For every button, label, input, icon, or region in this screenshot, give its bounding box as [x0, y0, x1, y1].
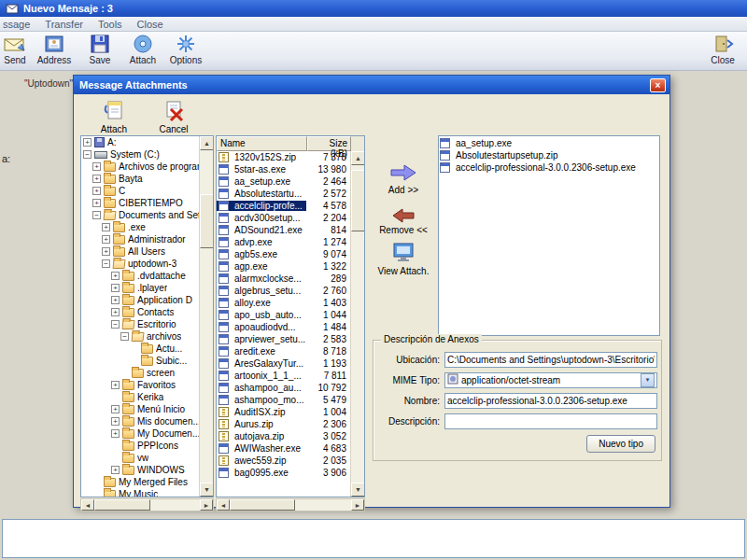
tree-item[interactable]: PPPIcons — [81, 440, 199, 452]
scroll-left-arrow[interactable]: ◄ — [217, 499, 230, 511]
tree-vertical-scrollbar[interactable]: ▲ ▼ — [199, 136, 213, 497]
scroll-up-arrow[interactable]: ▲ — [200, 136, 214, 150]
scroll-thumb[interactable] — [200, 194, 214, 248]
expand-icon[interactable]: + — [92, 187, 101, 195]
file-row[interactable]: artoonix_1_1_...7 811 — [217, 370, 350, 382]
scroll-thumb[interactable] — [94, 499, 150, 511]
nombre-input[interactable]: accelclip-professional-3.0.0.2306-setup.… — [444, 393, 657, 409]
file-list-vertical-scrollbar[interactable]: ▲ ▼ — [350, 151, 364, 497]
tree-item[interactable]: +Contacts — [81, 306, 199, 318]
address-button[interactable]: Address — [32, 33, 77, 70]
expand-icon[interactable]: + — [111, 284, 120, 292]
expand-icon[interactable]: + — [102, 247, 110, 256]
file-row[interactable]: algebrus_setu...2 760 — [217, 285, 350, 297]
expand-icon[interactable]: + — [111, 308, 120, 316]
expand-icon[interactable]: + — [102, 223, 110, 231]
attached-file-item[interactable]: accelclip-professional-3.0.0.2306-setup.… — [440, 161, 658, 174]
view-attach-button[interactable]: View Attach. — [371, 242, 436, 276]
tree-item[interactable]: +Favoritos — [81, 379, 199, 391]
combo-dropdown-arrow[interactable]: ▼ — [641, 373, 655, 387]
menu-item-transfer[interactable]: Transfer — [45, 19, 83, 30]
file-row[interactable]: AresGalaxyTur...1 193 — [217, 357, 350, 370]
tree-item[interactable]: +Administrador — [81, 233, 199, 245]
tree-item[interactable]: My Merged Files — [81, 476, 199, 488]
scroll-thumb[interactable] — [230, 499, 295, 511]
window-titlebar[interactable]: Nuevo Mensaje : 3 — [0, 0, 747, 17]
file-row[interactable]: ashampoo_au...10 792 — [217, 382, 350, 394]
add-button[interactable]: Add >> — [371, 162, 436, 195]
scroll-up-arrow[interactable]: ▲ — [351, 151, 365, 165]
dialog-attach-button[interactable]: Attach — [91, 98, 137, 133]
tree-item[interactable]: My Music — [81, 488, 199, 497]
expand-icon[interactable]: + — [111, 429, 120, 438]
column-header-size[interactable]: Size (kB) — [307, 136, 351, 151]
scroll-down-arrow[interactable]: ▼ — [351, 483, 365, 497]
file-row[interactable]: ADSound21.exe814 — [217, 224, 350, 236]
file-row[interactable]: Aurus.zip2 306 — [217, 418, 350, 430]
file-row[interactable]: bag0995.exe3 906 — [217, 467, 350, 479]
tree-item[interactable]: −System (C:) — [81, 148, 199, 161]
remove-button[interactable]: Remove << — [371, 208, 436, 235]
collapse-icon[interactable]: − — [83, 150, 92, 159]
scroll-right-arrow[interactable]: ► — [351, 499, 364, 511]
scroll-thumb[interactable] — [351, 170, 365, 231]
attach-button[interactable]: Attach — [120, 33, 165, 70]
expand-icon[interactable]: + — [111, 296, 120, 304]
tree-item[interactable]: +Application D — [81, 294, 199, 306]
file-row[interactable]: agb5s.exe9 074 — [217, 248, 350, 260]
file-row[interactable]: acdv300setup...2 204 — [217, 212, 350, 224]
expand-icon[interactable]: + — [111, 272, 120, 280]
attached-file-item[interactable]: aa_setup.exe — [440, 137, 658, 149]
expand-icon[interactable]: + — [83, 138, 92, 147]
file-row[interactable]: aredit.exe8 718 — [217, 345, 350, 357]
nuevo-tipo-button[interactable]: Nuevo tipo — [586, 435, 655, 453]
dialog-titlebar[interactable]: Message Attachments × — [74, 76, 669, 94]
tree-item[interactable]: vw — [81, 452, 199, 464]
file-row[interactable]: ashampoo_mo...5 479 — [217, 394, 350, 406]
tree-item[interactable]: Subic... — [81, 355, 199, 367]
file-row[interactable]: advp.exe1 274 — [217, 236, 350, 248]
file-row[interactable]: 1320v152S.zip7 378 — [217, 151, 350, 163]
expand-icon[interactable]: + — [102, 235, 110, 244]
dialog-cancel-button[interactable]: Cancel — [150, 98, 197, 133]
tree-item[interactable]: +.dvdattache — [81, 270, 199, 282]
collapse-icon[interactable]: − — [92, 211, 101, 219]
file-row[interactable]: apo_usb_auto...1 044 — [217, 309, 350, 321]
tree-item[interactable]: −archivos — [81, 330, 199, 343]
file-row[interactable]: alarmxclockse...289 — [217, 273, 350, 285]
expand-icon[interactable]: + — [111, 405, 120, 413]
file-row[interactable]: AWIWasher.exe4 683 — [217, 442, 350, 455]
descripcin-input[interactable] — [444, 413, 657, 429]
tree-item[interactable]: +.lplayer — [81, 282, 199, 294]
expand-icon[interactable]: + — [111, 381, 120, 389]
file-row[interactable]: awec559.zip2 035 — [217, 455, 350, 467]
collapse-icon[interactable]: − — [102, 259, 110, 268]
menu-item-tools[interactable]: Tools — [98, 19, 122, 30]
scroll-down-arrow[interactable]: ▼ — [200, 483, 214, 497]
save-button[interactable]: Save — [78, 33, 122, 70]
tree-item[interactable]: +Mis documen... — [81, 415, 199, 427]
collapse-icon[interactable]: − — [120, 332, 129, 341]
file-row[interactable]: alloy.exe1 403 — [217, 297, 350, 309]
collapse-icon[interactable]: − — [111, 320, 120, 329]
file-list-horizontal-scrollbar[interactable]: ◄ ► — [216, 498, 365, 511]
column-header-name[interactable]: Name — [217, 136, 307, 151]
scroll-right-arrow[interactable]: ► — [200, 499, 213, 511]
close-button[interactable]: Close — [700, 33, 745, 70]
tree-item[interactable]: +C — [81, 185, 199, 197]
options-button[interactable]: Options — [163, 33, 208, 70]
tree-item[interactable]: +A: — [81, 136, 199, 148]
tree-item[interactable]: Actu... — [81, 343, 199, 355]
file-row[interactable]: aa_setup.exe2 464 — [217, 175, 350, 188]
attached-file-item[interactable]: Absolutestartupsetup.zip — [440, 149, 658, 161]
tree-item[interactable]: Kerika — [81, 391, 199, 403]
file-row[interactable]: agp.exe1 322 — [217, 260, 350, 273]
menu-item-close[interactable]: Close — [137, 19, 163, 30]
file-row[interactable]: apoaudiodvd...1 484 — [217, 321, 350, 333]
tree-item[interactable]: +Menú Inicio — [81, 403, 199, 415]
file-row[interactable]: accelclip-profe...4 578 — [217, 200, 350, 212]
tree-item[interactable]: +CIBERTIEMPO — [81, 197, 199, 209]
dialog-close-button[interactable]: × — [650, 78, 666, 92]
tree-item[interactable]: +All Users — [81, 245, 199, 258]
tree-item[interactable]: +Bayta — [81, 173, 199, 185]
